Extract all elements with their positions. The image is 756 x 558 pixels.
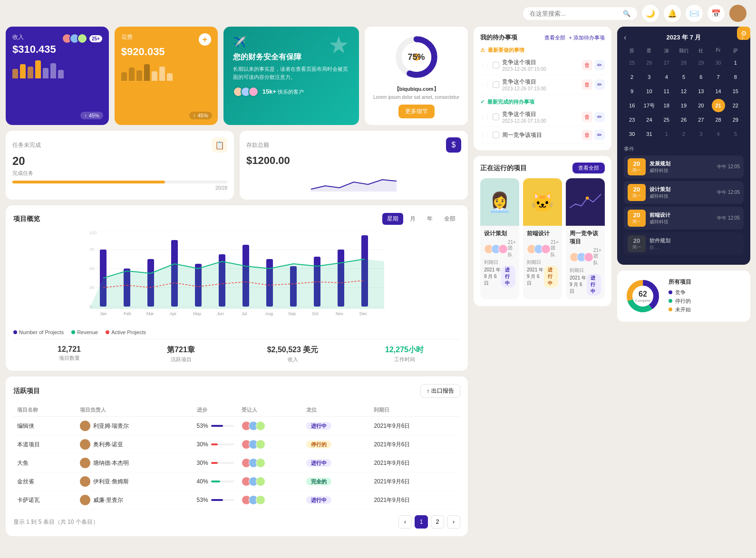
- tasks-title: 任务未完成: [12, 141, 41, 149]
- cal-day-29[interactable]: 29: [729, 113, 742, 126]
- cal-day-13[interactable]: 13: [694, 85, 708, 98]
- bell-icon[interactable]: 🔔: [664, 5, 681, 22]
- todo-checkbox-3[interactable]: [493, 114, 499, 120]
- todo-delete-4[interactable]: 🗑: [582, 130, 592, 140]
- promo-avatar-3: [248, 87, 259, 97]
- tab-monthly[interactable]: 月: [405, 213, 420, 225]
- more-details-btn[interactable]: 更多细节: [398, 105, 435, 118]
- cal-day-5[interactable]: 5: [677, 70, 690, 84]
- tab-weekly[interactable]: 星期: [382, 213, 403, 225]
- next-page-btn[interactable]: ›: [447, 515, 460, 529]
- prev-page-btn[interactable]: ‹: [398, 515, 412, 529]
- cal-day-prev-27[interactable]: 27: [660, 56, 673, 69]
- ap-dot-3: [669, 308, 672, 311]
- cal-next-btn[interactable]: ›: [741, 33, 744, 42]
- todo-delete-3[interactable]: 🗑: [582, 112, 592, 122]
- cal-day-28[interactable]: 28: [712, 113, 725, 126]
- todo-edit-4[interactable]: ✏: [594, 130, 605, 140]
- event-date-2: 20 周一: [628, 184, 646, 201]
- todo-checkbox-2[interactable]: [493, 81, 499, 88]
- cal-day-next-3[interactable]: 3: [694, 127, 708, 141]
- calendar-icon[interactable]: 📅: [708, 5, 725, 22]
- cal-day-next-5[interactable]: 5: [729, 127, 742, 141]
- todo-delete-2[interactable]: 🗑: [582, 79, 592, 90]
- mail-icon[interactable]: ✉️: [686, 5, 703, 22]
- todo-edit-1[interactable]: ✏: [594, 60, 605, 70]
- warning-icon: ⚠: [480, 47, 485, 53]
- cal-day-next-1[interactable]: 1: [660, 127, 673, 141]
- page-2-btn[interactable]: 2: [431, 515, 444, 529]
- cal-day-9[interactable]: 9: [625, 85, 639, 98]
- todo-checkbox-1[interactable]: [493, 62, 499, 68]
- cal-day-prev-25[interactable]: 25: [625, 56, 639, 69]
- cal-header-sun: 苏: [624, 47, 640, 55]
- todo-edit-3[interactable]: ✏: [594, 112, 605, 122]
- cal-day-10[interactable]: 10: [642, 85, 656, 98]
- cal-day-30[interactable]: 30: [625, 127, 639, 141]
- cal-day-31[interactable]: 31: [642, 127, 656, 141]
- cal-day-4[interactable]: 4: [660, 70, 673, 84]
- pagination: 显示 1 到 5 条目（共 10 个条目） ‹ 1 2 ›: [13, 515, 460, 529]
- expense-add-btn[interactable]: +: [199, 33, 211, 46]
- cal-day-14[interactable]: 14: [712, 85, 725, 98]
- cal-day-21[interactable]: 21: [712, 99, 725, 112]
- right-column: ⚙ ‹ 2023 年 7 月 › 苏 星 涂 我们 社 Fr 萨 25 26 2…: [617, 27, 750, 536]
- cal-prev-btn[interactable]: ‹: [624, 33, 626, 42]
- drag-handle-1[interactable]: ⋮⋮: [480, 63, 490, 68]
- page-1-btn[interactable]: 1: [415, 515, 428, 529]
- tab-yearly[interactable]: 年: [422, 213, 437, 225]
- todo-add[interactable]: + 添加待办事项: [569, 34, 605, 41]
- cal-day-7[interactable]: 7: [712, 70, 725, 84]
- col-status: 龙位: [302, 404, 370, 417]
- cal-day-15[interactable]: 15: [729, 85, 742, 98]
- cal-day-20[interactable]: 20: [694, 99, 708, 112]
- cal-day-next-2[interactable]: 2: [677, 127, 690, 141]
- cal-day-18[interactable]: 18: [660, 99, 673, 112]
- todo-view-all[interactable]: 查看全部: [544, 34, 565, 41]
- cal-day-8[interactable]: 8: [729, 70, 742, 84]
- cal-day-23[interactable]: 23: [625, 113, 639, 126]
- cal-day-19[interactable]: 19: [677, 99, 690, 112]
- cal-day-16[interactable]: 16: [625, 99, 639, 112]
- progress-cell-4: 53%: [197, 497, 234, 503]
- drag-handle-2[interactable]: ⋮⋮: [480, 82, 490, 87]
- cal-day-26[interactable]: 26: [677, 113, 690, 126]
- drag-handle-3[interactable]: ⋮⋮: [480, 115, 490, 120]
- cal-day-27[interactable]: 27: [694, 113, 708, 126]
- user-avatar[interactable]: [729, 5, 746, 22]
- cal-day-next-4[interactable]: 4: [712, 127, 725, 141]
- row-owner-4: 威廉·里查尔: [93, 496, 123, 504]
- cal-day-prev-28[interactable]: 28: [677, 56, 690, 69]
- cal-day-6[interactable]: 6: [694, 70, 708, 84]
- calendar-card: ⚙ ‹ 2023 年 7 月 › 苏 星 涂 我们 社 Fr 萨 25 26 2…: [617, 27, 750, 265]
- cal-day-12[interactable]: 12: [677, 85, 690, 98]
- cal-day-prev-26[interactable]: 26: [642, 56, 656, 69]
- cal-day-25[interactable]: 25: [660, 113, 673, 126]
- calendar-settings-btn[interactable]: ⚙: [737, 27, 750, 40]
- cal-day-3[interactable]: 3: [642, 70, 656, 84]
- todo-card: 我的待办事项 查看全部 + 添加待办事项 ⚠ 最新要做的事情 ⋮⋮ 竞争这个项目…: [474, 27, 611, 150]
- col-owner: 项目负责人: [76, 404, 193, 417]
- drag-handle-4[interactable]: ⋮⋮: [480, 133, 490, 138]
- cal-day-17[interactable]: 17号: [642, 99, 656, 112]
- cal-day-11[interactable]: 11: [660, 85, 673, 98]
- cal-day-prev-30[interactable]: 30: [712, 56, 725, 69]
- todo-checkbox-4[interactable]: [493, 132, 499, 138]
- cal-day-24[interactable]: 24: [642, 113, 656, 126]
- cal-day-2[interactable]: 2: [625, 70, 639, 84]
- todo-edit-2[interactable]: ✏: [594, 79, 605, 90]
- todo-delete-1[interactable]: 🗑: [582, 60, 592, 70]
- progress-cell-0: 53%: [197, 423, 234, 429]
- tab-all[interactable]: 全部: [439, 213, 460, 225]
- cal-day-prev-29[interactable]: 29: [694, 56, 708, 69]
- cal-day-22[interactable]: 22: [729, 99, 742, 112]
- search-box[interactable]: 🔍: [523, 7, 637, 20]
- project-status-3: 进行中: [587, 274, 601, 296]
- running-view-all-btn[interactable]: 查看全部: [572, 163, 605, 173]
- moon-icon[interactable]: 🌙: [642, 5, 659, 22]
- project-image-3: [566, 178, 605, 226]
- cal-day-1[interactable]: 1: [729, 56, 742, 69]
- search-input[interactable]: [530, 10, 619, 17]
- svg-text:Apr: Apr: [170, 311, 176, 316]
- export-btn[interactable]: ↑ 出口报告: [420, 384, 460, 398]
